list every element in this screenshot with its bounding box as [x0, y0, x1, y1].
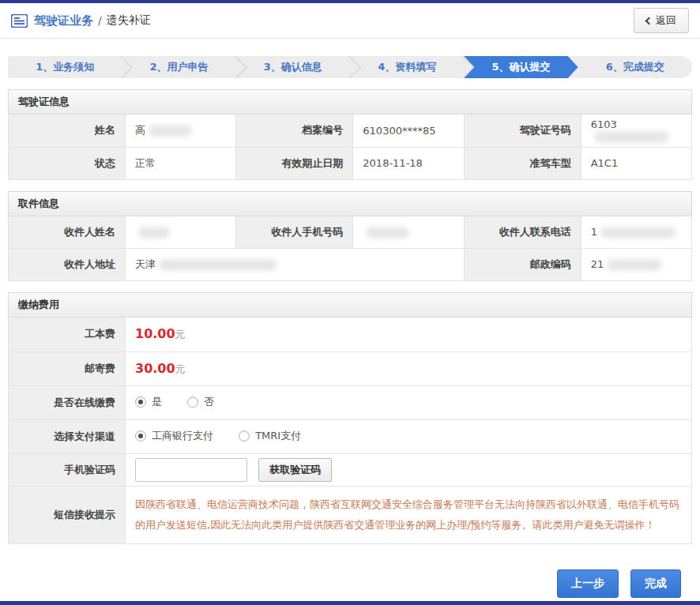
status-label: 状态	[9, 147, 126, 179]
license-business-icon	[11, 14, 28, 28]
radio-unselected-icon[interactable]	[187, 396, 198, 408]
recipient-name-label: 收件人姓名	[9, 216, 126, 249]
page-header: 驾驶证业务 / 遗失补证 返回	[0, 3, 700, 39]
radio-label: 工商银行支付	[152, 429, 213, 443]
redaction-blur	[366, 227, 409, 239]
expiry-date-value: 2018-11-18	[353, 147, 464, 179]
chevron-left-icon	[645, 17, 653, 24]
radio-option-tmri[interactable]: TMRI支付	[239, 429, 301, 443]
step-5-confirm-submit: 5、确认提交	[464, 56, 578, 78]
online-payment-label: 是否在线缴费	[9, 385, 126, 419]
file-number-value: 610300****85	[353, 115, 464, 147]
radio-label: 是	[152, 395, 162, 409]
table-row: 收件人地址 天津 邮政编码 21	[9, 249, 692, 281]
table-row: 手机验证码 获取验证码	[9, 453, 692, 486]
recipient-mobile-value	[353, 216, 464, 249]
radio-label: TMRI支付	[255, 429, 301, 443]
table-row: 是否在线缴费 是 否	[9, 385, 692, 419]
postal-code-value: 21	[581, 249, 691, 281]
postage-fee-value: 30.00元	[126, 351, 692, 385]
table-row: 工本费 10.00元	[9, 318, 692, 351]
recipient-name-value	[126, 216, 236, 249]
sms-code-label: 手机验证码	[9, 453, 126, 486]
section-payment: 缴纳费用 工本费 10.00元 邮寄费 30.00元 是否在线缴费 是	[8, 292, 692, 544]
online-payment-options: 是 否	[126, 385, 692, 419]
postage-fee-label: 邮寄费	[9, 351, 126, 385]
radio-label: 否	[204, 395, 214, 409]
radio-option-yes[interactable]: 是	[135, 395, 162, 409]
fee-unit: 元	[175, 329, 186, 340]
table-row: 收件人姓名 收件人手机号码 收件人联系电话 1	[9, 216, 692, 249]
vehicle-class-value: A1C1	[581, 147, 691, 179]
payment-channel-options: 工商银行支付 TMRI支付	[126, 419, 692, 453]
step-wizard: 1、业务须知 2、用户申告 3、确认信息 4、资料填写 5、确认提交 6、完成提…	[8, 56, 692, 78]
previous-step-button[interactable]: 上一步	[557, 569, 619, 598]
postal-code-label: 邮政编码	[464, 249, 581, 281]
section-title: 缴纳费用	[8, 292, 692, 318]
section-title: 驾驶证信息	[8, 89, 692, 115]
license-info-table: 姓名 高 档案编号 610300****85 驾驶证号码 6103 状态 正常 …	[8, 115, 692, 180]
step-6-complete-submit: 6、完成提交	[578, 56, 692, 78]
payment-table: 工本费 10.00元 邮寄费 30.00元 是否在线缴费 是 否	[8, 318, 692, 544]
section-license-info: 驾驶证信息 姓名 高 档案编号 610300****85 驾驶证号码 6103 …	[8, 89, 692, 180]
section-title: 取件信息	[8, 191, 692, 216]
step-3-confirm-info: 3、确认信息	[236, 56, 350, 78]
pickup-info-table: 收件人姓名 收件人手机号码 收件人联系电话 1 收件人地址 天津 邮政编码 21	[8, 216, 692, 282]
table-row: 短信接收提示 因陕西省联通、电信运营商技术问题，陕西省互联网交通安全综合服务管理…	[9, 486, 692, 543]
recipient-address-value: 天津	[126, 249, 465, 281]
fee-unit: 元	[175, 363, 186, 375]
back-button[interactable]: 返回	[634, 8, 689, 33]
payment-channel-label: 选择支付渠道	[9, 419, 126, 453]
finish-button[interactable]: 完成	[630, 569, 681, 598]
back-button-label: 返回	[656, 13, 676, 28]
license-number-label: 驾驶证号码	[464, 115, 581, 147]
fee-amount: 30.00	[135, 361, 175, 376]
footer-actions: 上一步 完成	[19, 569, 681, 598]
recipient-phone-label: 收件人联系电话	[464, 216, 581, 249]
redaction-blur	[607, 259, 662, 271]
sms-code-input[interactable]	[135, 458, 247, 482]
name-label: 姓名	[9, 115, 126, 147]
radio-selected-icon[interactable]	[135, 430, 146, 442]
table-row: 姓名 高 档案编号 610300****85 驾驶证号码 6103	[9, 115, 692, 147]
production-fee-value: 10.00元	[126, 318, 692, 351]
radio-selected-icon[interactable]	[135, 396, 146, 408]
page-title: 驾驶证业务	[34, 13, 93, 28]
breadcrumb-current: 遗失补证	[107, 13, 151, 28]
get-code-button[interactable]: 获取验证码	[258, 458, 332, 482]
recipient-phone-value: 1	[581, 216, 691, 249]
recipient-mobile-label: 收件人手机号码	[236, 216, 353, 249]
production-fee-label: 工本费	[9, 318, 126, 351]
fee-amount: 10.00	[135, 326, 175, 341]
redaction-blur	[600, 227, 676, 239]
breadcrumb-separator: /	[98, 14, 102, 27]
section-pickup-info: 取件信息 收件人姓名 收件人手机号码 收件人联系电话 1 收件人地址 天津 邮政…	[8, 191, 692, 282]
step-2-user-declaration: 2、用户申告	[122, 56, 235, 78]
redaction-blur	[149, 125, 192, 137]
step-1-business-notice: 1、业务须知	[8, 56, 122, 78]
expiry-date-label: 有效期止日期	[236, 147, 353, 179]
file-number-label: 档案编号	[236, 115, 353, 147]
redaction-blur	[138, 227, 170, 239]
recipient-address-label: 收件人地址	[9, 249, 126, 281]
vehicle-class-label: 准驾车型	[464, 147, 581, 179]
name-value: 高	[126, 115, 236, 147]
sms-code-cell: 获取验证码	[126, 453, 692, 486]
radio-unselected-icon[interactable]	[239, 430, 250, 442]
redaction-blur	[594, 131, 669, 143]
table-row: 邮寄费 30.00元	[9, 351, 692, 385]
sms-notice-label: 短信接收提示	[9, 486, 126, 543]
radio-option-no[interactable]: 否	[187, 395, 214, 409]
footer-top-strip	[0, 601, 700, 605]
table-row: 状态 正常 有效期止日期 2018-11-18 准驾车型 A1C1	[9, 147, 692, 179]
status-value: 正常	[126, 147, 236, 179]
sms-notice-text: 因陕西省联通、电信运营商技术问题，陕西省互联网交通安全综合服务管理平台无法向持陕…	[126, 486, 692, 543]
table-row: 选择支付渠道 工商银行支付 TMRI支付	[9, 419, 692, 453]
step-4-fill-data: 4、资料填写	[350, 56, 464, 78]
redaction-blur	[159, 259, 277, 271]
radio-option-icbc[interactable]: 工商银行支付	[135, 429, 213, 443]
license-number-value: 6103	[581, 115, 691, 147]
